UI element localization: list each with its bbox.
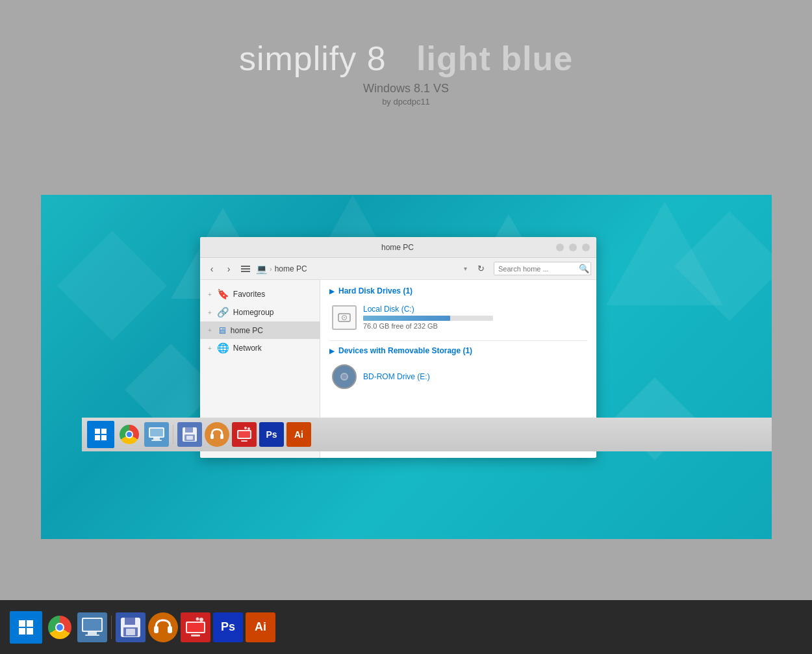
hard-drives-section-header[interactable]: ▶ Hard Disk Drives (1) bbox=[329, 286, 587, 296]
svg-rect-18 bbox=[210, 434, 214, 439]
taskbar-light: Ps Ai bbox=[82, 418, 772, 451]
address-bar[interactable]: 💻 › home PC bbox=[256, 264, 307, 274]
back-button[interactable]: ‹ bbox=[205, 262, 218, 275]
svg-rect-36 bbox=[126, 629, 135, 635]
svg-rect-9 bbox=[101, 435, 107, 440]
local-disk-item[interactable]: Local Disk (C:) 76.0 GB free of 232 GB bbox=[332, 302, 587, 335]
drive-name: Local Disk (C:) bbox=[363, 305, 587, 314]
svg-rect-13 bbox=[151, 440, 162, 441]
sidebar-label-homegroup: Homegroup bbox=[233, 308, 274, 317]
chrome-button-dark[interactable] bbox=[45, 612, 75, 642]
menu-button[interactable] bbox=[239, 262, 252, 275]
header-subtitle: Windows 8.1 VS bbox=[0, 82, 812, 95]
sort-dropdown-button[interactable]: ▾ bbox=[459, 262, 472, 275]
search-box[interactable]: 🔍 bbox=[494, 262, 591, 275]
illustrator-button-light[interactable]: Ai bbox=[286, 422, 311, 447]
svg-rect-41 bbox=[191, 635, 200, 636]
hdd-svg bbox=[337, 310, 351, 325]
headphones-button-dark[interactable] bbox=[148, 612, 178, 642]
illustrator-button-dark[interactable]: Ai bbox=[246, 612, 275, 642]
floppy-svg-light bbox=[181, 426, 198, 443]
tv-svg-light bbox=[236, 426, 253, 443]
storage-progress-bg bbox=[363, 316, 493, 321]
close-button[interactable] bbox=[582, 244, 590, 251]
sidebar-item-homegroup[interactable]: + 🔗 Homegroup bbox=[200, 303, 320, 321]
ai-label-dark: Ai bbox=[255, 620, 266, 634]
chrome-circle-light bbox=[120, 425, 139, 444]
svg-point-42 bbox=[199, 618, 203, 622]
svg-point-24 bbox=[244, 427, 247, 429]
svg-rect-7 bbox=[101, 429, 107, 434]
menu-icon bbox=[241, 264, 250, 273]
svg-rect-40 bbox=[187, 623, 204, 632]
ps-label-dark: Ps bbox=[221, 620, 235, 634]
drive-size: 76.0 GB free of 232 GB bbox=[363, 322, 587, 330]
floppy-button-dark[interactable] bbox=[116, 612, 146, 642]
sidebar-item-network[interactable]: + 🌐 Network bbox=[200, 339, 320, 357]
computer-button-dark[interactable] bbox=[77, 612, 107, 642]
removable-section-header[interactable]: ▶ Devices with Removable Storage (1) bbox=[329, 346, 587, 355]
bdrom-name: BD-ROM Drive (E:) bbox=[363, 372, 430, 381]
floppy-button-light[interactable] bbox=[177, 422, 202, 447]
computer-sidebar-icon: 🖥 bbox=[217, 325, 227, 336]
header-author: by dpcdpc11 bbox=[0, 97, 812, 107]
forward-button[interactable]: › bbox=[222, 262, 235, 275]
hdd-icon bbox=[332, 305, 357, 330]
tv-button-light[interactable] bbox=[232, 422, 257, 447]
window-toolbar: ‹ › 💻 › home PC ▾ ↻ 🔍 bbox=[200, 258, 596, 280]
start-button-light[interactable] bbox=[87, 421, 114, 448]
ps-label-light: Ps bbox=[266, 429, 277, 440]
bdrom-item[interactable]: BD-ROM Drive (E:) bbox=[332, 362, 587, 394]
computer-svg-light bbox=[148, 426, 165, 443]
svg-rect-2 bbox=[241, 271, 250, 272]
taskbar-dark: Ps Ai bbox=[0, 600, 812, 654]
start-button-dark[interactable] bbox=[10, 611, 42, 644]
svg-rect-31 bbox=[88, 632, 97, 635]
expand-icon: + bbox=[208, 291, 212, 298]
svg-rect-11 bbox=[150, 429, 163, 436]
sidebar-label-network: Network bbox=[233, 344, 262, 353]
photoshop-button-light[interactable]: Ps bbox=[259, 422, 284, 447]
window-title: home PC bbox=[239, 243, 556, 252]
svg-rect-27 bbox=[19, 628, 25, 635]
storage-progress-fill bbox=[363, 316, 450, 321]
minimize-button[interactable] bbox=[556, 244, 564, 251]
search-icon[interactable]: 🔍 bbox=[579, 264, 589, 273]
sidebar-item-homepc[interactable]: + 🖥 home PC bbox=[200, 321, 320, 339]
chrome-circle-dark bbox=[48, 616, 71, 639]
svg-rect-38 bbox=[168, 626, 172, 633]
windows-logo-dark bbox=[19, 620, 33, 635]
computer-button-light[interactable] bbox=[144, 422, 169, 447]
svg-rect-12 bbox=[153, 438, 160, 440]
svg-rect-19 bbox=[220, 434, 223, 439]
tv-button-dark[interactable] bbox=[181, 612, 210, 642]
search-input[interactable] bbox=[498, 265, 576, 273]
svg-rect-34 bbox=[125, 618, 135, 625]
refresh-button[interactable]: ↻ bbox=[474, 262, 487, 275]
cdrom-inner bbox=[340, 373, 348, 381]
chrome-button-light[interactable] bbox=[117, 422, 142, 447]
headphones-button-light[interactable] bbox=[205, 422, 229, 447]
svg-point-43 bbox=[196, 617, 199, 620]
svg-rect-25 bbox=[19, 620, 25, 627]
header-area: simplify 8 light blue Windows 8.1 VS by … bbox=[0, 0, 812, 126]
computer-icon: 💻 bbox=[256, 264, 267, 274]
cdrom-icon bbox=[332, 364, 357, 389]
svg-rect-0 bbox=[241, 266, 250, 267]
network-icon: 🌐 bbox=[217, 342, 229, 354]
title-part1: simplify 8 bbox=[239, 40, 387, 77]
sidebar-label-homepc: home PC bbox=[231, 326, 263, 335]
restore-button[interactable] bbox=[569, 244, 577, 251]
computer-svg-dark bbox=[81, 616, 103, 638]
chrome-center-dark bbox=[55, 623, 64, 632]
svg-rect-32 bbox=[85, 635, 99, 636]
taskbar-sep-1-light bbox=[173, 425, 173, 444]
svg-rect-37 bbox=[154, 626, 159, 633]
sidebar-item-favorites[interactable]: + 🔖 Favorites bbox=[200, 285, 320, 303]
photoshop-button-dark[interactable]: Ps bbox=[213, 612, 243, 642]
title-part2: light blue bbox=[416, 40, 573, 77]
window-titlebar: home PC bbox=[200, 237, 596, 258]
svg-rect-1 bbox=[241, 268, 250, 270]
svg-point-23 bbox=[247, 427, 250, 430]
hard-drives-label: Hard Disk Drives (1) bbox=[338, 286, 412, 296]
